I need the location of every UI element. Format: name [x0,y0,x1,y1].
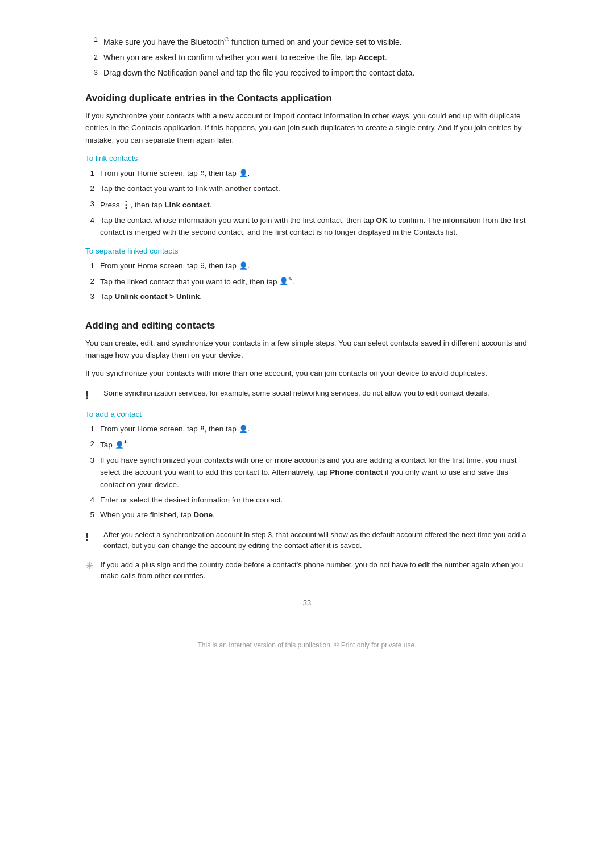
note-sync-services: ! Some synchronization services, for exa… [85,388,529,402]
warning-icon: ! [85,389,97,402]
link-step-4: 4 Tap the contact whose information you … [85,214,529,239]
link-contacts-steps: 1 From your Home screen, tap ⠿, then tap… [85,167,529,239]
separate-contacts-steps: 1 From your Home screen, tap ⠿, then tap… [85,260,529,303]
section-add-para2: If you synchronize your contacts with mo… [85,367,529,380]
separate-contacts-heading: To separate linked contacts [85,247,529,255]
link-step-3: 3 Press ⋮, then tap Link contact. [85,198,529,211]
separate-step-2: 2 Tap the linked contact that you want t… [85,275,529,288]
subsection-separate-contacts: To separate linked contacts 1 From your … [85,247,529,303]
subsection-link-contacts: To link contacts 1 From your Home screen… [85,154,529,239]
separate-step-3: 3 Tap Unlink contact > Unlink. [85,290,529,303]
add-step-2: 2 Tap 👤+. [85,438,529,451]
section-add-para1: You can create, edit, and synchronize yo… [85,337,529,362]
intro-list: 1 Make sure you have the Bluetooth® func… [85,34,529,79]
section-add-contacts: Adding and editing contacts You can crea… [85,320,529,582]
tip-plus-sign: ✳ If you add a plus sign and the country… [85,559,529,582]
footer: This is an Internet version of this publ… [85,641,529,649]
add-step-3: 3 If you have synchronized your contacts… [85,454,529,491]
add-step-1: 1 From your Home screen, tap ⠿, then tap… [85,423,529,435]
section-avoid-duplicates: Avoiding duplicate entries in the Contac… [85,93,529,303]
section-avoid-intro: If you synchronize your contacts with a … [85,110,529,147]
section-avoid-title: Avoiding duplicate entries in the Contac… [85,93,529,104]
section-add-title: Adding and editing contacts [85,320,529,331]
link-contacts-heading: To link contacts [85,154,529,163]
add-step-5: 5 When you are finished, tap Done. [85,509,529,521]
warning-icon-2: ! [85,530,97,543]
subsection-add-contact: To add a contact 1 From your Home screen… [85,410,529,521]
add-contact-heading: To add a contact [85,410,529,418]
intro-step-1: 1 Make sure you have the Bluetooth® func… [85,34,529,48]
page-number: 33 [85,599,529,607]
page-content: 1 Make sure you have the Bluetooth® func… [85,0,529,695]
separate-step-1: 1 From your Home screen, tap ⠿, then tap… [85,260,529,272]
link-step-1: 1 From your Home screen, tap ⠿, then tap… [85,167,529,180]
add-contact-steps: 1 From your Home screen, tap ⠿, then tap… [85,423,529,521]
tip-icon: ✳ [85,559,94,572]
link-step-2: 2 Tap the contact you want to link with … [85,182,529,195]
note-default-text: After you select a synchronization accou… [103,529,529,551]
intro-step-2: 2 When you are asked to confirm whether … [85,52,529,64]
note-default-account: ! After you select a synchronization acc… [85,529,529,551]
tip-text: If you add a plus sign and the country c… [101,559,529,582]
note-sync-text: Some synchronization services, for examp… [103,388,489,399]
add-step-4: 4 Enter or select the desired informatio… [85,494,529,506]
intro-step-3: 3 Drag down the Notification panel and t… [85,67,529,79]
